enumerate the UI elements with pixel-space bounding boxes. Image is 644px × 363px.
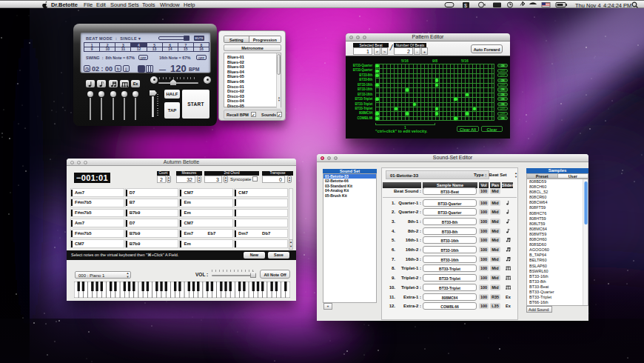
svg-text:$: $ [464, 3, 467, 8]
